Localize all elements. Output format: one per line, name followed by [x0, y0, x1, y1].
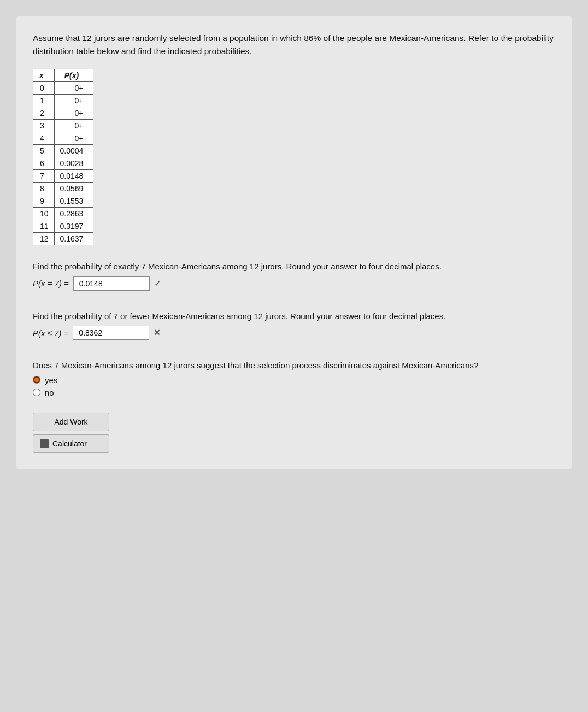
radio-yes[interactable]: [33, 376, 40, 384]
col-px-header: P(x): [54, 69, 93, 82]
table-row: 100.2863: [33, 208, 93, 220]
table-row: 30+: [33, 120, 93, 132]
cell-px: 0.0569: [54, 183, 93, 195]
calculator-button[interactable]: Calculator: [33, 434, 109, 453]
cell-x: 9: [33, 195, 55, 208]
cell-x: 12: [33, 233, 55, 245]
col-x-header: x: [33, 69, 55, 82]
cell-x: 10: [33, 208, 55, 220]
question2-input[interactable]: [73, 326, 149, 340]
main-content: Assume that 12 jurors are randomly selec…: [16, 16, 572, 469]
add-work-button[interactable]: Add Work: [33, 413, 109, 431]
cell-px: 0.0004: [54, 145, 93, 157]
question1-text: Find the probability of exactly 7 Mexica…: [33, 261, 555, 273]
cell-px: 0+: [54, 107, 93, 120]
question1-answer-row: P(x = 7) = ✓: [33, 276, 555, 291]
table-row: 90.1553: [33, 195, 93, 208]
cell-px: 0+: [54, 132, 93, 145]
intro-text: Assume that 12 jurors are randomly selec…: [33, 32, 555, 58]
cell-x: 5: [33, 145, 55, 157]
cell-x: 6: [33, 157, 55, 170]
radio-no-option[interactable]: no: [33, 388, 555, 397]
question2-block: Find the probability of 7 or fewer Mexic…: [33, 310, 555, 340]
cell-px: 0+: [54, 120, 93, 132]
probability-table: x P(x) 00+10+20+30+40+50.000460.002870.0…: [33, 69, 93, 245]
question2-label: P(x ≤ 7) =: [33, 328, 68, 338]
table-row: 110.3197: [33, 220, 93, 233]
cell-x: 4: [33, 132, 55, 145]
radio-yes-option[interactable]: yes: [33, 375, 555, 385]
table-row: 40+: [33, 132, 93, 145]
question1-block: Find the probability of exactly 7 Mexica…: [33, 261, 555, 291]
cell-x: 1: [33, 95, 55, 107]
cell-px: 0+: [54, 82, 93, 95]
table-row: 80.0569: [33, 183, 93, 195]
cell-px: 0+: [54, 95, 93, 107]
radio-group: yes no: [33, 375, 555, 397]
table-row: 50.0004: [33, 145, 93, 157]
table-row: 120.1637: [33, 233, 93, 245]
calculator-icon: [40, 439, 49, 448]
cell-x: 3: [33, 120, 55, 132]
cell-px: 0.2863: [54, 208, 93, 220]
cell-x: 0: [33, 82, 55, 95]
question1-input[interactable]: [73, 276, 150, 291]
table-row: 00+: [33, 82, 93, 95]
cell-px: 0.1553: [54, 195, 93, 208]
radio-no[interactable]: [33, 389, 40, 396]
cell-px: 0.1637: [54, 233, 93, 245]
table-row: 70.0148: [33, 170, 93, 183]
cell-x: 11: [33, 220, 55, 233]
table-row: 10+: [33, 95, 93, 107]
cell-px: 0.3197: [54, 220, 93, 233]
table-row: 20+: [33, 107, 93, 120]
cell-x: 7: [33, 170, 55, 183]
question1-label: P(x = 7) =: [33, 279, 69, 288]
cell-px: 0.0148: [54, 170, 93, 183]
cell-x: 2: [33, 107, 55, 120]
x-icon: ✕: [154, 328, 161, 338]
radio-yes-label: yes: [45, 375, 57, 385]
question2-answer-row: P(x ≤ 7) = ✕: [33, 326, 555, 340]
radio-no-label: no: [45, 388, 54, 397]
table-row: 60.0028: [33, 157, 93, 170]
question3-block: Does 7 Mexican-Americans among 12 jurors…: [33, 360, 555, 397]
cell-x: 8: [33, 183, 55, 195]
calculator-label: Calculator: [52, 439, 87, 448]
button-row: Add Work Calculator: [33, 413, 555, 453]
cell-px: 0.0028: [54, 157, 93, 170]
question2-text: Find the probability of 7 or fewer Mexic…: [33, 310, 555, 323]
question3-text: Does 7 Mexican-Americans among 12 jurors…: [33, 360, 555, 372]
check-icon: ✓: [154, 278, 161, 289]
